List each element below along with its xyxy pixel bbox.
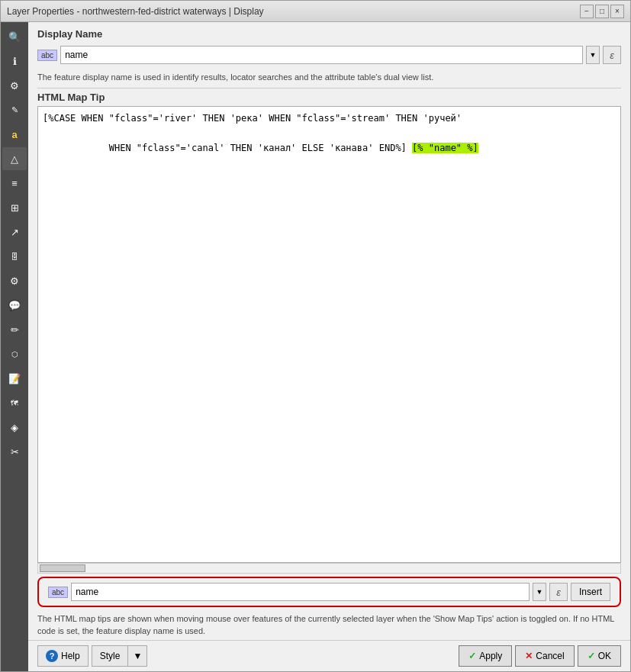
sidebar-item-fields[interactable]: ≡ [2,172,27,195]
sidebar-item-settings[interactable]: ⚙ [2,74,27,97]
cancel-button[interactable]: ✕ Cancel [515,645,574,667]
main-layout: 🔍 ℹ ⚙ ✎ a △ ≡ ⊞ ↗ 🗄 ⚙ 💬 ✏ ⬡ 📝 🗺 ◈ ✂ Disp… [1,22,630,671]
sidebar-item-style[interactable]: ✎ [2,98,27,121]
cancel-label: Cancel [536,651,564,661]
sidebar-item-edit[interactable]: ✏ [2,318,27,341]
sidebar-item-info[interactable]: ℹ [2,50,27,72]
maximize-button[interactable]: □ [595,5,609,18]
window-title: Layer Properties - northwestern-fed-dist… [7,6,264,17]
ok-button[interactable]: ✓ OK [578,645,621,667]
help-label: Help [61,651,80,661]
sidebar-item-legend[interactable]: ✂ [2,440,27,463]
insert-row: abc ▼ ε Insert [37,577,621,607]
help-button[interactable]: ? Help [37,645,89,667]
main-window: Layer Properties - northwestern-fed-dist… [0,0,631,672]
style-label: Style [92,648,128,664]
html-map-header: HTML Map Tip [37,88,621,106]
cancel-x-icon: ✕ [525,651,533,661]
display-name-header: Display Name [28,22,630,43]
apply-button[interactable]: ✓ Apply [459,645,512,667]
code-line-2: WHEN "fclass"='canal' THEN 'канал' ELSE … [43,127,616,171]
style-dropdown-arrow[interactable]: ▼ [127,646,146,666]
button-bar: ? Help Style ▼ ✓ Apply ✕ Cancel [28,640,630,671]
display-name-epsilon[interactable]: ε [603,46,621,64]
display-name-input[interactable] [60,46,583,64]
html-map-section: HTML Map Tip [%CASE WHEN "fclass"='river… [28,88,630,563]
apply-check-icon: ✓ [468,651,476,661]
left-buttons: ? Help Style ▼ [37,645,147,667]
sidebar-item-search[interactable]: 🔍 [2,25,27,48]
display-name-field-row: abc ▼ ε [37,46,621,64]
code-highlight: [% "name" %] [412,143,478,153]
sidebar-item-digitizing[interactable]: 📝 [2,367,27,390]
insert-button[interactable]: Insert [571,583,610,601]
sidebar-item-rendering[interactable]: ⊞ [2,196,27,219]
insert-dropdown[interactable]: ▼ [533,583,546,601]
sidebar-item-display[interactable]: △ [2,147,27,170]
title-bar: Layer Properties - northwestern-fed-dist… [1,1,630,22]
sidebar: 🔍 ℹ ⚙ ✎ a △ ≡ ⊞ ↗ 🗄 ⚙ 💬 ✏ ⬡ 📝 🗺 ◈ ✂ [1,22,28,671]
right-buttons: ✓ Apply ✕ Cancel ✓ OK [459,645,621,667]
insert-field-input[interactable] [71,583,530,601]
sidebar-item-labels[interactable]: a [2,123,27,146]
apply-label: Apply [479,651,502,661]
display-name-description: The feature display name is used in iden… [28,70,630,88]
insert-epsilon[interactable]: ε [549,583,568,601]
content-area: Display Name abc ▼ ε The feature display… [28,22,630,671]
ok-check-icon: ✓ [588,651,595,661]
close-button[interactable]: × [610,5,624,18]
display-name-dropdown[interactable]: ▼ [586,46,600,64]
sidebar-item-diagrams[interactable]: ⚙ [2,269,27,292]
sidebar-item-server[interactable]: ⬡ [2,342,27,365]
help-icon: ? [46,650,58,662]
minimize-button[interactable]: − [580,5,594,18]
title-bar-buttons: − □ × [580,5,624,18]
style-button[interactable]: Style ▼ [92,645,148,667]
sidebar-item-actions[interactable]: ↗ [2,220,27,243]
sidebar-item-metadata[interactable]: 💬 [2,294,27,317]
code-line-1: [%CASE WHEN "fclass"='river' THEN 'река'… [43,111,616,126]
abc-label-display: abc [37,50,57,61]
display-name-section: abc ▼ ε [28,43,630,70]
abc-label-insert: abc [48,587,68,598]
html-map-description: The HTML map tips are shown when moving … [28,610,630,640]
horizontal-scrollbar[interactable] [37,563,621,574]
sidebar-item-3d[interactable]: 🗺 [2,391,27,414]
sidebar-item-qml[interactable]: ◈ [2,416,27,439]
sidebar-item-joins[interactable]: 🗄 [2,245,27,268]
scrollbar-thumb[interactable] [40,564,85,572]
ok-label: OK [598,651,611,661]
html-map-editor[interactable]: [%CASE WHEN "fclass"='river' THEN 'река'… [37,106,621,563]
